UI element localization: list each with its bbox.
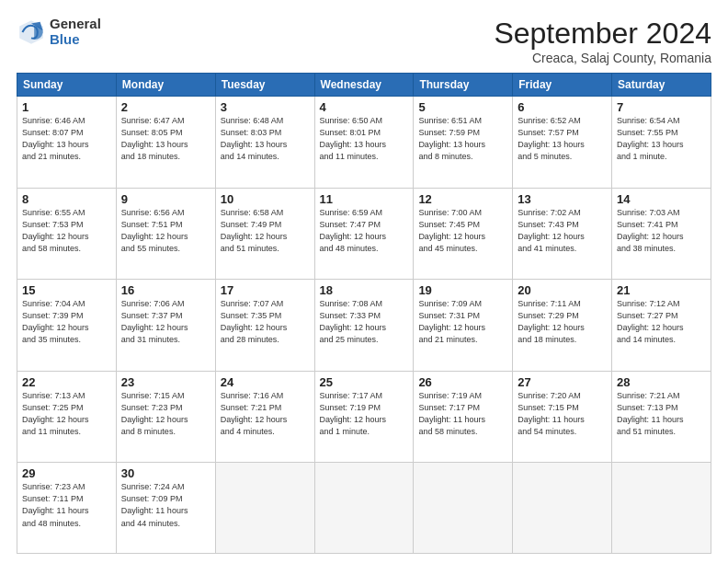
table-row: 21Sunrise: 7:12 AMSunset: 7:27 PMDayligh… [612, 280, 711, 372]
day-number: 7 [617, 100, 706, 114]
day-number: 28 [617, 375, 706, 389]
table-row: 12Sunrise: 7:00 AMSunset: 7:45 PMDayligh… [414, 188, 513, 280]
day-number: 6 [518, 100, 607, 114]
day-number: 11 [320, 192, 409, 206]
logo-blue: Blue [50, 32, 101, 48]
day-number: 15 [22, 283, 111, 297]
day-number: 13 [518, 192, 607, 206]
table-row: 15Sunrise: 7:04 AMSunset: 7:39 PMDayligh… [17, 280, 117, 372]
table-row: 5Sunrise: 6:51 AMSunset: 7:59 PMDaylight… [414, 97, 513, 189]
table-row: 28Sunrise: 7:21 AMSunset: 7:13 PMDayligh… [612, 371, 711, 463]
day-number: 22 [22, 375, 111, 389]
day-number: 1 [22, 100, 111, 114]
day-info: Sunrise: 7:04 AMSunset: 7:39 PMDaylight:… [22, 298, 111, 346]
day-number: 3 [221, 100, 310, 114]
day-number: 8 [22, 192, 111, 206]
table-row: 17Sunrise: 7:07 AMSunset: 7:35 PMDayligh… [215, 280, 314, 372]
day-number: 4 [320, 100, 409, 114]
table-row: 3Sunrise: 6:48 AMSunset: 8:03 PMDaylight… [215, 97, 314, 189]
day-info: Sunrise: 6:58 AMSunset: 7:49 PMDaylight:… [221, 207, 310, 255]
table-row: 11Sunrise: 6:59 AMSunset: 7:47 PMDayligh… [314, 188, 414, 280]
logo-text: General Blue [50, 17, 101, 47]
header-row: Sunday Monday Tuesday Wednesday Thursday… [17, 74, 711, 97]
day-info: Sunrise: 6:55 AMSunset: 7:53 PMDaylight:… [22, 207, 111, 255]
table-row: 13Sunrise: 7:02 AMSunset: 7:43 PMDayligh… [513, 188, 612, 280]
table-row: 26Sunrise: 7:19 AMSunset: 7:17 PMDayligh… [414, 371, 513, 463]
day-number: 16 [121, 283, 210, 297]
col-saturday: Saturday [612, 74, 711, 97]
day-info: Sunrise: 7:06 AMSunset: 7:37 PMDaylight:… [121, 298, 210, 346]
day-number: 20 [518, 283, 607, 297]
day-info: Sunrise: 7:13 AMSunset: 7:25 PMDaylight:… [22, 390, 111, 438]
table-row [215, 463, 314, 554]
day-info: Sunrise: 6:51 AMSunset: 7:59 PMDaylight:… [418, 115, 507, 163]
day-info: Sunrise: 7:03 AMSunset: 7:41 PMDaylight:… [617, 207, 706, 255]
day-info: Sunrise: 6:47 AMSunset: 8:05 PMDaylight:… [121, 115, 210, 163]
day-number: 23 [121, 375, 210, 389]
table-row: 14Sunrise: 7:03 AMSunset: 7:41 PMDayligh… [612, 188, 711, 280]
day-info: Sunrise: 6:52 AMSunset: 7:57 PMDaylight:… [518, 115, 607, 163]
col-tuesday: Tuesday [215, 74, 314, 97]
table-row: 8Sunrise: 6:55 AMSunset: 7:53 PMDaylight… [17, 188, 117, 280]
table-row: 19Sunrise: 7:09 AMSunset: 7:31 PMDayligh… [414, 280, 513, 372]
calendar-table: Sunday Monday Tuesday Wednesday Thursday… [17, 73, 711, 554]
table-row [414, 463, 513, 554]
title-block: September 2024 Creaca, Salaj County, Rom… [494, 17, 711, 65]
day-info: Sunrise: 7:02 AMSunset: 7:43 PMDaylight:… [518, 207, 607, 255]
subtitle: Creaca, Salaj County, Romania [494, 51, 711, 65]
table-row: 30Sunrise: 7:24 AMSunset: 7:09 PMDayligh… [116, 463, 215, 554]
logo-icon [17, 17, 46, 47]
col-friday: Friday [513, 74, 612, 97]
table-row [612, 463, 711, 554]
day-info: Sunrise: 7:00 AMSunset: 7:45 PMDaylight:… [418, 207, 507, 255]
day-info: Sunrise: 6:56 AMSunset: 7:51 PMDaylight:… [121, 207, 210, 255]
day-number: 19 [418, 283, 507, 297]
day-info: Sunrise: 7:24 AMSunset: 7:09 PMDaylight:… [121, 481, 210, 529]
table-row: 6Sunrise: 6:52 AMSunset: 7:57 PMDaylight… [513, 97, 612, 189]
day-number: 18 [320, 283, 409, 297]
day-number: 24 [221, 375, 310, 389]
col-wednesday: Wednesday [314, 74, 414, 97]
day-number: 26 [418, 375, 507, 389]
day-info: Sunrise: 7:20 AMSunset: 7:15 PMDaylight:… [518, 390, 607, 438]
day-info: Sunrise: 6:46 AMSunset: 8:07 PMDaylight:… [22, 115, 111, 163]
table-row: 23Sunrise: 7:15 AMSunset: 7:23 PMDayligh… [116, 371, 215, 463]
table-row: 29Sunrise: 7:23 AMSunset: 7:11 PMDayligh… [17, 463, 117, 554]
table-row: 2Sunrise: 6:47 AMSunset: 8:05 PMDaylight… [116, 97, 215, 189]
table-row: 4Sunrise: 6:50 AMSunset: 8:01 PMDaylight… [314, 97, 414, 189]
table-row: 1Sunrise: 6:46 AMSunset: 8:07 PMDaylight… [17, 97, 117, 189]
logo: General Blue [17, 17, 101, 47]
table-row: 16Sunrise: 7:06 AMSunset: 7:37 PMDayligh… [116, 280, 215, 372]
col-sunday: Sunday [17, 74, 117, 97]
day-number: 10 [221, 192, 310, 206]
table-row: 18Sunrise: 7:08 AMSunset: 7:33 PMDayligh… [314, 280, 414, 372]
day-info: Sunrise: 6:54 AMSunset: 7:55 PMDaylight:… [617, 115, 706, 163]
day-info: Sunrise: 6:59 AMSunset: 7:47 PMDaylight:… [320, 207, 409, 255]
table-row: 22Sunrise: 7:13 AMSunset: 7:25 PMDayligh… [17, 371, 117, 463]
day-info: Sunrise: 6:50 AMSunset: 8:01 PMDaylight:… [320, 115, 409, 163]
day-info: Sunrise: 7:08 AMSunset: 7:33 PMDaylight:… [320, 298, 409, 346]
day-number: 27 [518, 375, 607, 389]
table-row [513, 463, 612, 554]
day-number: 21 [617, 283, 706, 297]
table-row: 27Sunrise: 7:20 AMSunset: 7:15 PMDayligh… [513, 371, 612, 463]
day-number: 29 [22, 466, 111, 480]
table-row: 24Sunrise: 7:16 AMSunset: 7:21 PMDayligh… [215, 371, 314, 463]
table-row: 20Sunrise: 7:11 AMSunset: 7:29 PMDayligh… [513, 280, 612, 372]
table-row [314, 463, 414, 554]
table-row: 9Sunrise: 6:56 AMSunset: 7:51 PMDaylight… [116, 188, 215, 280]
day-number: 30 [121, 466, 210, 480]
header: General Blue September 2024 Creaca, Sala… [17, 17, 711, 65]
table-row: 10Sunrise: 6:58 AMSunset: 7:49 PMDayligh… [215, 188, 314, 280]
day-number: 14 [617, 192, 706, 206]
day-info: Sunrise: 7:11 AMSunset: 7:29 PMDaylight:… [518, 298, 607, 346]
day-info: Sunrise: 7:07 AMSunset: 7:35 PMDaylight:… [221, 298, 310, 346]
day-info: Sunrise: 6:48 AMSunset: 8:03 PMDaylight:… [221, 115, 310, 163]
table-row: 25Sunrise: 7:17 AMSunset: 7:19 PMDayligh… [314, 371, 414, 463]
day-info: Sunrise: 7:21 AMSunset: 7:13 PMDaylight:… [617, 390, 706, 438]
day-number: 5 [418, 100, 507, 114]
col-thursday: Thursday [414, 74, 513, 97]
day-info: Sunrise: 7:12 AMSunset: 7:27 PMDaylight:… [617, 298, 706, 346]
day-number: 9 [121, 192, 210, 206]
day-number: 25 [320, 375, 409, 389]
